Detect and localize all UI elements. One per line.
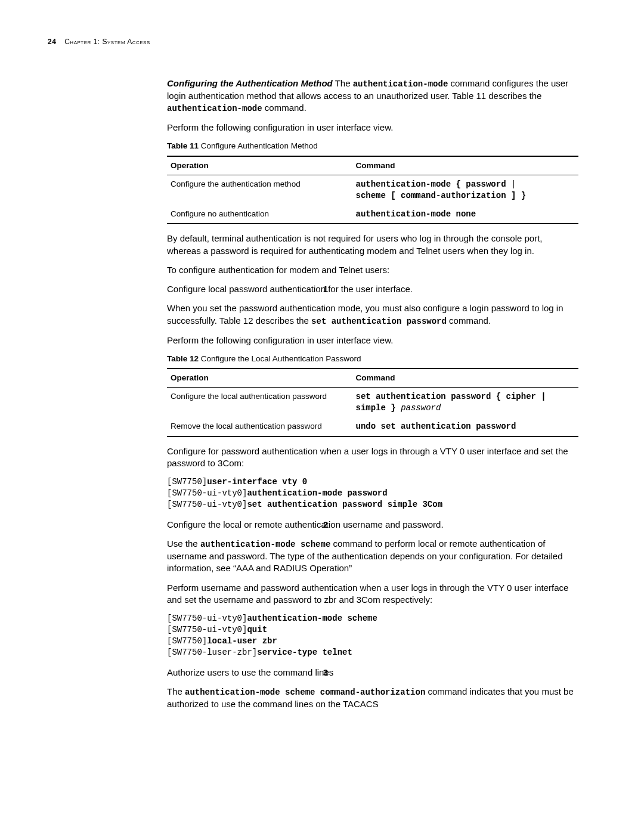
table-row: Remove the local authentication password… <box>167 417 578 436</box>
section-heading: Configuring the Authentication Method <box>167 78 333 88</box>
table-11-caption: Table 11 Configure Authentication Method <box>167 141 578 151</box>
cmd: local-user zbr <box>207 636 277 646</box>
step-2-line: Configure the local or remote authentica… <box>167 519 578 531</box>
step-number: 1 <box>317 283 328 295</box>
paragraph-default: By default, terminal authentication is n… <box>167 233 578 257</box>
text: The <box>167 686 185 696</box>
cmd: authentication-mode none <box>356 209 476 219</box>
cmd: authentication-mode { password <box>356 179 506 189</box>
cell-operation: Configure the authentication method <box>167 175 352 205</box>
cmd: quit <box>247 625 267 634</box>
code-block-1: [SW7750]user-interface vty 0 [SW7750-ui-… <box>167 476 578 510</box>
page-header: 24 Chapter 1: System Access <box>48 37 150 47</box>
cmd-arg: password <box>401 403 441 413</box>
table-12-label: Table 12 <box>167 354 199 363</box>
table-12-title: Configure the Local Authentication Passw… <box>199 354 361 363</box>
step-2-paragraph-2: Perform username and password authentica… <box>167 582 578 606</box>
step-2-paragraph: Use the authentication-mode scheme comma… <box>167 538 578 574</box>
prompt: [SW7750-ui-vty0] <box>167 500 247 509</box>
page-number: 24 <box>48 38 56 46</box>
inline-command: authentication-mode scheme <box>200 540 330 549</box>
prompt: [SW7750-ui-vty0] <box>167 625 247 634</box>
cmd: undo set authentication password <box>356 422 516 431</box>
prompt: [SW7750] <box>167 636 207 646</box>
step-3: 3 Authorize users to use the command lin… <box>167 667 578 710</box>
table-header-row: Operation Command <box>167 368 578 388</box>
table-row: Configure the authentication method auth… <box>167 175 578 205</box>
inline-command: authentication-mode <box>353 79 448 89</box>
table-11-title: Configure Authentication Method <box>199 141 318 150</box>
page: 24 Chapter 1: System Access Configuring … <box>0 0 644 833</box>
step-number: 3 <box>317 667 328 679</box>
cell-command: undo set authentication password <box>352 417 579 436</box>
inline-command: authentication-mode <box>167 104 262 113</box>
inline-command: authentication-mode scheme command-autho… <box>185 688 425 697</box>
step-1-line: Configure local password authentication … <box>167 283 578 295</box>
cell-command: authentication-mode { password | scheme … <box>352 175 579 205</box>
table-12: Operation Command Configure the local au… <box>167 368 578 437</box>
inline-command: set authentication password <box>311 317 447 326</box>
text: command. <box>262 103 306 113</box>
code-block-2: [SW7750-ui-vty0]authentication-mode sche… <box>167 613 578 658</box>
prompt: [SW7750-ui-vty0] <box>167 488 247 498</box>
text: command. <box>447 315 491 326</box>
cmd: user-interface vty 0 <box>207 477 307 487</box>
section-intro: Configuring the Authentication Method Th… <box>167 78 578 114</box>
table-12-caption: Table 12 Configure the Local Authenticat… <box>167 354 578 364</box>
prompt: [SW7750] <box>167 477 207 487</box>
cell-operation: Configure the local authentication passw… <box>167 388 352 417</box>
cmd: authentication-mode password <box>247 488 387 498</box>
cmd-sep: | <box>506 179 516 189</box>
paragraph-toconfigure: To configure authentication for modem an… <box>167 264 578 276</box>
table-header-row: Operation Command <box>167 156 578 175</box>
step-3-line: Authorize users to use the command lines <box>167 667 578 679</box>
cmd: set authentication password { cipher | s… <box>356 392 546 413</box>
table-11-label: Table 11 <box>167 141 199 150</box>
cell-command: authentication-mode none <box>352 205 579 224</box>
cmd: service-type telnet <box>257 648 352 657</box>
step-1-paragraph: When you set the password authentication… <box>167 302 578 327</box>
table-11: Operation Command Configure the authenti… <box>167 156 578 225</box>
chapter-label: Chapter 1: System Access <box>64 38 150 46</box>
step-number: 2 <box>317 519 328 531</box>
perform-text: Perform the following configuration in u… <box>167 335 578 346</box>
paragraph-vty: Configure for password authentication wh… <box>167 445 578 470</box>
prompt: [SW7750-luser-zbr] <box>167 648 257 657</box>
col-operation: Operation <box>167 368 352 388</box>
step-1: 1 Configure local password authenticatio… <box>167 283 578 510</box>
cmd: scheme [ command-authorization ] } <box>356 191 527 200</box>
col-command: Command <box>352 156 579 175</box>
cell-operation: Configure no authentication <box>167 205 352 224</box>
table-row: Configure no authentication authenticati… <box>167 205 578 224</box>
cmd: authentication-mode scheme <box>247 614 377 623</box>
col-operation: Operation <box>167 156 352 175</box>
col-command: Command <box>352 368 579 388</box>
cmd: set authentication password simple 3Com <box>247 500 442 509</box>
perform-text: Perform the following configuration in u… <box>167 122 578 134</box>
table-row: Configure the local authentication passw… <box>167 388 578 417</box>
cell-operation: Remove the local authentication password <box>167 417 352 436</box>
text: Use the <box>167 538 200 549</box>
prompt: [SW7750-ui-vty0] <box>167 614 247 623</box>
text: The <box>333 78 353 88</box>
content: Configuring the Authentication Method Th… <box>167 78 578 710</box>
step-2: 2 Configure the local or remote authenti… <box>167 519 578 658</box>
step-3-paragraph: The authentication-mode scheme command-a… <box>167 686 578 710</box>
cell-command: set authentication password { cipher | s… <box>352 388 579 417</box>
